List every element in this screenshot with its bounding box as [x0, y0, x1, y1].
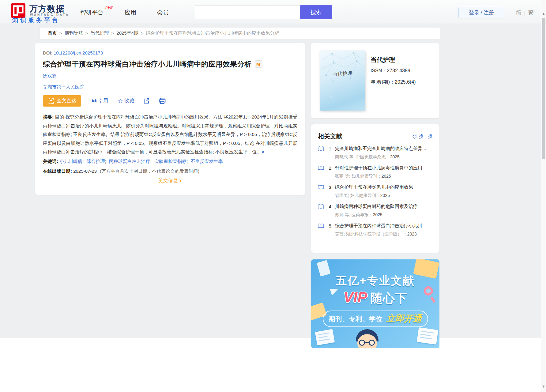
breadcrumb-separator: > — [85, 31, 88, 36]
publish-date-note: (万方平台首次上网日期，不代表论文的发表时间) — [100, 168, 199, 174]
breadcrumb-separator: > — [141, 31, 144, 36]
vip-promo-banner[interactable]: 五亿+专业文献 VIP随心下 期刊、专利、学位 立即开通 — [311, 259, 439, 348]
related-item-meta: 管国美; 妇儿健康导刊；2025 — [335, 193, 433, 198]
article-card: DOI: 10.12208/j.cn.20250173 综合护理干预在丙种球蛋白… — [35, 43, 305, 195]
article-actions: free 全文直达 引用 ☆ 收藏 — [43, 95, 297, 107]
cite-button[interactable]: 引用 — [91, 98, 108, 104]
breadcrumb: 首页 > 期刊导航 > 当代护理 > 2025年4期 > 综合护理干预在丙种球蛋… — [40, 28, 440, 39]
refresh-related-button[interactable]: 换一换 — [412, 134, 433, 139]
related-title: 相关文献 — [318, 132, 342, 141]
document-decoration — [417, 327, 438, 345]
breadcrumb-journal[interactable]: 当代护理 — [91, 30, 109, 36]
scrollbar-down-arrow[interactable] — [542, 386, 545, 388]
related-item-title[interactable]: 5. 综合护理干预在丙种球蛋白冲击治疗小儿川... — [318, 223, 433, 229]
page-scrollbar[interactable] — [541, 0, 546, 392]
share-button[interactable] — [143, 98, 150, 104]
related-item: 3. 综合护理干预在肺炎患儿中的应用效果 管国美; 妇儿健康导刊；2025 — [318, 184, 433, 198]
keywords-row: 关键词: 小儿川崎病; 综合护理; 丙种球蛋白冲击治疗; 实验室检查指标; 不良… — [43, 159, 297, 164]
medline-badge[interactable]: M — [255, 60, 262, 68]
journal-name[interactable]: 当代护理 — [371, 56, 395, 64]
english-info-chevron-icon: » — [178, 179, 184, 182]
breadcrumb-current: 综合护理干预在丙种球蛋白冲击治疗小儿川崎病中的应用效果分析 — [146, 30, 279, 36]
brand-name[interactable]: 万方数据 — [29, 3, 65, 14]
login-register-button[interactable]: 登录 / 注册 — [458, 7, 504, 18]
breadcrumb-separator: > — [111, 31, 114, 36]
publish-date-label: 在线出版日期: — [43, 168, 72, 174]
english-info-toggle[interactable]: 英文信息 » — [43, 178, 297, 184]
breadcrumb-issue[interactable]: 2025年4期 — [116, 30, 138, 36]
doi-link[interactable]: 10.12208/j.cn.20250173 — [54, 50, 103, 55]
breadcrumb-home[interactable]: 首页 — [48, 30, 57, 36]
book-icon — [318, 146, 324, 151]
keyword-link[interactable]: 综合护理 — [87, 159, 105, 164]
related-item: 1. 完全川崎病和不完全川崎病的临床特点差异... 商晓式 等; 中国免疫学杂志… — [318, 146, 433, 160]
nav-zhiyan-platform[interactable]: 智研平台 new — [80, 9, 104, 17]
svg-text:free: free — [48, 102, 52, 104]
keywords-label: 关键词: — [43, 159, 58, 164]
breadcrumb-journal-nav[interactable]: 期刊导航 — [65, 30, 83, 36]
keyword-link[interactable]: 小儿川崎病 — [59, 159, 82, 164]
related-item-meta: 黄薇; 湖北科技学院学报（医学版） ；2023 — [335, 232, 433, 237]
ad-vip-text: VIP — [344, 289, 367, 305]
related-item: 5. 综合护理干预在丙种球蛋白冲击治疗小儿川... 黄薇; 湖北科技学院学报（医… — [318, 223, 433, 237]
journal-card: 当代护理 当代护理 ISSN：2732-4389 年,卷(期)：2025,6(4… — [311, 43, 439, 118]
keyword-link[interactable]: 实验室检查指标 — [154, 159, 186, 164]
doi-row: DOI: 10.12208/j.cn.20250173 — [43, 50, 297, 55]
keyword-link[interactable]: 丙种球蛋白冲击治疗 — [109, 159, 150, 164]
related-item-title[interactable]: 3. 综合护理干预在肺炎患儿中的应用效果 — [318, 184, 433, 190]
footer-strip — [0, 338, 541, 392]
related-literature-card: 相关文献 换一换 1. 完全川崎病和不完全川崎病的临床特点差异... 商晓式 等… — [311, 124, 439, 253]
publish-date: 2025-07-23 — [73, 168, 97, 174]
breadcrumb-separator: > — [59, 31, 62, 36]
article-author[interactable]: 徐双双 — [43, 73, 297, 79]
ad-cta-button[interactable]: 立即开通 — [386, 313, 422, 325]
abstract-label: 摘要: — [43, 114, 54, 119]
search-button[interactable]: 搜索 — [300, 5, 332, 19]
article-title: 综合护理干预在丙种球蛋白冲击治疗小儿川崎病中的应用效果分析M — [43, 59, 297, 69]
fulltext-button[interactable]: free 全文直达 — [43, 95, 81, 107]
ad-headline: 五亿+专业文献 — [311, 273, 439, 288]
share-icon — [143, 98, 150, 104]
book-icon — [318, 185, 324, 190]
book-icon — [318, 166, 324, 171]
related-item-title[interactable]: 1. 完全川崎病和不完全川崎病的临床特点差异... — [318, 146, 433, 152]
lang-divider: | — [524, 9, 525, 16]
journal-issn: ISSN：2732-4389 — [371, 68, 410, 74]
related-item-title[interactable]: 4. 川崎病丙种球蛋白耐药的危险因素及治疗 — [318, 204, 433, 209]
publish-date-row: 在线出版日期: 2025-07-23 (万方平台首次上网日期，不代表论文的发表时… — [43, 168, 297, 174]
journal-volume: 年,卷(期)：2025,6(4) — [371, 79, 416, 85]
scrollbar-thumb[interactable] — [542, 18, 545, 159]
related-item-meta: 商晓式 等; 中国免疫学杂志；2025 — [335, 154, 433, 160]
doi-label: DOI: — [43, 50, 52, 55]
journal-cover-title: 当代护理 — [320, 71, 365, 77]
keyword-link[interactable]: 不良反应发生率 — [191, 159, 223, 164]
document-decoration — [315, 329, 335, 345]
lang-simplified[interactable]: 简 — [516, 9, 522, 16]
related-item-title[interactable]: 2. 针对性护理干预在小儿病毒性脑炎中的应用... — [318, 165, 433, 171]
site-header: 万方数据 WANFANG DATA 知识服务平台 智研平台 new 应用 会员 … — [0, 0, 541, 24]
related-item-meta: 苏帅 等; 医药导报；2025 — [335, 212, 433, 218]
book-icon — [318, 224, 324, 228]
book-icon — [318, 204, 324, 209]
scrollbar-up-arrow[interactable] — [542, 13, 545, 15]
print-button[interactable] — [159, 98, 166, 104]
favorite-button[interactable]: ☆ 收藏 — [118, 98, 134, 104]
journal-cover[interactable]: 当代护理 — [320, 51, 365, 111]
ad-subline: VIP随心下 — [311, 289, 439, 307]
search-input[interactable] — [195, 5, 300, 19]
star-icon: ☆ — [118, 98, 123, 104]
ad-cta-pill[interactable]: 期刊、专利、学位 立即开通 — [323, 311, 428, 327]
article-affiliation[interactable]: 芜湖市第一人民医院 — [43, 84, 297, 90]
related-item: 4. 川崎病丙种球蛋白耐药的危险因素及治疗 苏帅 等; 医药导报；2025 — [318, 204, 433, 218]
new-badge: new — [105, 5, 113, 9]
nav-membership[interactable]: 会员 — [157, 9, 169, 17]
article-abstract: 摘要: 目的 探究分析综合护理干预在丙种球蛋白冲击治疗小儿川崎病中的应用效果。方… — [43, 113, 297, 156]
nav-applications[interactable]: 应用 — [125, 9, 136, 17]
related-item: 2. 针对性护理干预在小儿病毒性脑炎中的应用... 张丽 等; 妇儿健康导刊；2… — [318, 165, 433, 179]
quote-icon — [91, 99, 97, 103]
abstract-expand-chevron-icon[interactable]: » — [259, 151, 268, 153]
print-icon — [159, 98, 166, 104]
free-download-icon: free — [48, 98, 55, 104]
lang-traditional[interactable]: 繁 — [528, 9, 534, 16]
wanfang-logo-icon[interactable] — [11, 3, 25, 18]
